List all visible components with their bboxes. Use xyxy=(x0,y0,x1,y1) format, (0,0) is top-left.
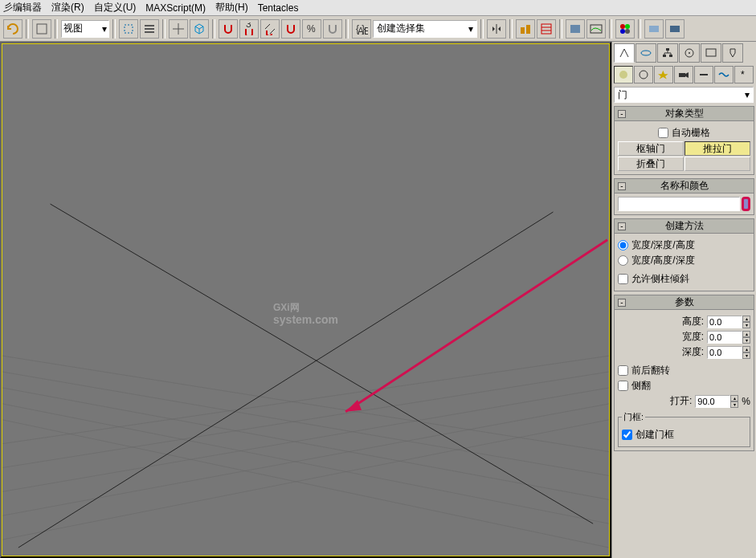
svg-line-28 xyxy=(2,372,609,467)
motion-tab-icon[interactable] xyxy=(679,43,700,63)
spacewarps-category-icon[interactable] xyxy=(714,66,734,83)
helpers-category-icon[interactable] xyxy=(694,66,713,83)
parameters-header[interactable]: - 参数 xyxy=(615,295,754,310)
open-label: 打开: xyxy=(670,394,692,408)
modify-tab-icon[interactable] xyxy=(635,43,656,63)
collapse-icon: - xyxy=(618,299,626,307)
material-editor-icon[interactable] xyxy=(615,19,635,39)
bifold-door-button[interactable]: 折叠门 xyxy=(618,157,684,171)
svg-point-17 xyxy=(625,24,630,29)
svg-rect-37 xyxy=(663,55,666,57)
layers-icon[interactable] xyxy=(537,19,556,39)
svg-line-32 xyxy=(18,212,554,548)
svg-point-19 xyxy=(625,29,630,34)
menu-render[interactable]: 渲染(R) xyxy=(51,1,84,14)
subcategory-dropdown[interactable]: 门 ▾ xyxy=(614,87,754,103)
box-icon[interactable] xyxy=(190,19,209,39)
object-name-input[interactable] xyxy=(618,197,740,211)
creation-method-header[interactable]: - 创建方法 xyxy=(615,219,754,234)
percent-icon[interactable]: % xyxy=(302,19,321,39)
geometry-category-icon[interactable] xyxy=(614,66,633,83)
perspective-viewport[interactable]: GXi网 system.com xyxy=(2,43,610,556)
svg-text:*: * xyxy=(741,69,745,80)
cameras-category-icon[interactable] xyxy=(674,66,693,83)
collapse-icon: - xyxy=(618,110,626,118)
selection-set-combo[interactable]: 创建选择集▾ xyxy=(373,20,477,38)
depth-label: 深度: xyxy=(682,345,704,359)
selection-list-icon[interactable] xyxy=(140,19,159,39)
svg-rect-0 xyxy=(37,24,47,34)
svg-rect-10 xyxy=(526,25,530,34)
menu-customize[interactable]: 自定义(U) xyxy=(94,1,137,14)
named-sets-icon[interactable]: { }ABC xyxy=(352,19,371,39)
main-area: GXi网 system.com * xyxy=(0,42,756,558)
move-icon[interactable] xyxy=(169,19,188,39)
render-setup-icon[interactable] xyxy=(644,19,664,39)
svg-line-30 xyxy=(2,404,609,515)
snap-toggle-icon[interactable] xyxy=(219,19,238,39)
link-icon[interactable] xyxy=(32,19,51,39)
curve-editor-icon[interactable] xyxy=(586,19,606,39)
angle-snap-icon[interactable]: 3 xyxy=(239,19,259,39)
flip-side-label: 侧翻 xyxy=(631,379,651,393)
svg-line-29 xyxy=(2,388,609,491)
auto-grid-checkbox[interactable] xyxy=(658,128,668,138)
allow-slant-label: 允许侧柱倾斜 xyxy=(631,272,689,286)
menu-editor[interactable]: 彡编辑器 xyxy=(3,1,42,14)
open-spinner[interactable]: ▴▾ xyxy=(695,395,738,408)
flip-fb-checkbox[interactable] xyxy=(618,365,628,376)
whd-radio[interactable] xyxy=(618,255,628,266)
svg-rect-45 xyxy=(706,49,716,56)
name-color-header[interactable]: - 名称和颜色 xyxy=(615,179,754,193)
render-icon[interactable] xyxy=(665,19,684,39)
rotate-mode-select[interactable]: 视图▾ xyxy=(61,20,109,38)
wdh-radio[interactable] xyxy=(618,240,628,250)
percent-snap-icon[interactable] xyxy=(260,19,280,39)
spinner-snap-icon[interactable] xyxy=(281,19,300,39)
shapes-category-icon[interactable] xyxy=(634,66,653,83)
align-icon[interactable] xyxy=(516,19,535,39)
chevron-down-icon: ▾ xyxy=(745,89,750,100)
parameters-rollout: - 参数 高度: ▴▾ 宽度: ▴▾ 深度: ▴▾ 前后翻转 xyxy=(614,295,754,451)
open-unit: % xyxy=(742,396,750,407)
create-tab-icon[interactable] xyxy=(614,43,635,63)
svg-rect-9 xyxy=(521,27,525,34)
menu-help[interactable]: 帮助(H) xyxy=(215,1,248,14)
undo-redo-icon[interactable] xyxy=(3,19,22,39)
hierarchy-tab-icon[interactable] xyxy=(657,43,678,63)
menu-maxscript[interactable]: MAXScript(M) xyxy=(145,2,206,14)
svg-rect-38 xyxy=(669,55,672,57)
lights-category-icon[interactable] xyxy=(654,66,673,83)
wdh-label: 宽度/深度/高度 xyxy=(631,238,695,252)
svg-point-46 xyxy=(619,71,627,79)
width-label: 宽度: xyxy=(682,330,704,344)
svg-line-23 xyxy=(2,372,609,475)
display-tab-icon[interactable] xyxy=(701,43,721,63)
svg-point-16 xyxy=(620,24,625,29)
width-spinner[interactable]: ▴▾ xyxy=(707,331,750,344)
auto-grid-label: 自动栅格 xyxy=(672,126,710,140)
sliding-door-button[interactable]: 推拉门 xyxy=(684,141,750,156)
svg-rect-49 xyxy=(700,74,708,75)
snap-options-icon[interactable] xyxy=(323,19,342,39)
height-spinner[interactable]: ▴▾ xyxy=(707,316,750,328)
layer-explorer-icon[interactable] xyxy=(566,19,585,39)
svg-line-26 xyxy=(2,420,609,548)
viewport-container: GXi网 system.com xyxy=(0,42,611,558)
flip-side-checkbox[interactable] xyxy=(618,381,628,391)
depth-spinner[interactable]: ▴▾ xyxy=(707,346,750,359)
mirror-icon[interactable] xyxy=(487,19,506,39)
utilities-tab-icon[interactable] xyxy=(722,43,743,63)
create-frame-checkbox[interactable] xyxy=(622,430,632,440)
viewport-grid xyxy=(2,44,609,556)
svg-point-47 xyxy=(640,71,648,79)
pivot-door-button[interactable]: 枢轴门 xyxy=(618,141,684,156)
object-type-header[interactable]: - 对象类型 xyxy=(615,107,754,121)
main-toolbar: 视图▾ 3 % { }ABC 创建选择集▾ xyxy=(0,16,756,42)
selection-icon[interactable] xyxy=(119,19,138,39)
menu-tentacles[interactable]: Tentacles xyxy=(258,2,299,14)
object-color-swatch[interactable] xyxy=(742,197,750,211)
allow-slant-checkbox[interactable] xyxy=(618,274,628,284)
systems-category-icon[interactable]: * xyxy=(734,66,754,83)
category-row: * xyxy=(614,66,754,83)
